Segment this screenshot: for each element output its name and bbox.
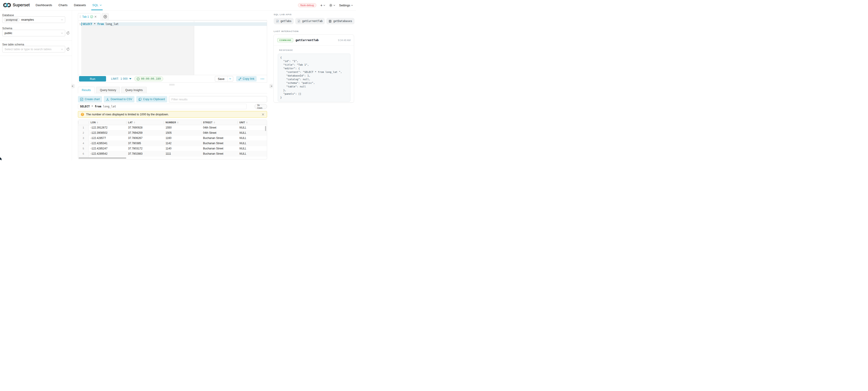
- copy-link-button[interactable]: Copy link: [236, 76, 257, 82]
- right-splitter-drag-bar[interactable]: [270, 84, 270, 88]
- tab-query-insights[interactable]: Query Insights: [121, 87, 147, 93]
- chevron-down-icon: [61, 19, 63, 21]
- response-json: { "id": "1", "title": "Tab 1", "editor":…: [278, 54, 350, 102]
- nav-datasets[interactable]: Datasets: [74, 0, 86, 10]
- sidebar: Database postgresql examples Schema publ…: [0, 10, 72, 160]
- row-limit-alert: ! The number of rows displayed is limite…: [78, 111, 267, 118]
- run-button[interactable]: Run: [79, 76, 106, 82]
- interaction-header: COMMAND getCurrentTab 9:34:48 AM: [274, 35, 354, 46]
- panel-splitter-handle[interactable]: [169, 84, 175, 86]
- schema-label: Schema: [2, 27, 12, 30]
- save-options-button[interactable]: [227, 76, 233, 81]
- sort-icon: [177, 122, 179, 124]
- chevron-down-icon: [333, 5, 335, 6]
- refresh-schemas-icon[interactable]: [66, 31, 70, 35]
- column-header-number[interactable]: NUMBER: [164, 120, 201, 125]
- database-type-tag: postgresql: [4, 18, 20, 22]
- elapsed-timer: 00:00:00.189: [134, 76, 163, 81]
- editor-toolbar: Run LIMIT: 1 000 00:00:00.189 Save: [78, 75, 267, 83]
- plus-icon: +: [320, 3, 322, 7]
- get-current-tab-button[interactable]: getCurrentTab: [295, 18, 325, 24]
- limit-dropdown[interactable]: LIMIT: 1 000: [111, 77, 131, 80]
- collapse-left-panel-button[interactable]: <: [71, 84, 73, 88]
- settings-menu[interactable]: Settings: [339, 4, 353, 7]
- get-tabs-button[interactable]: getTabs: [274, 18, 293, 24]
- horizontal-scrollbar[interactable]: [79, 157, 126, 159]
- nav-sql[interactable]: SQL: [92, 0, 101, 10]
- create-chart-button[interactable]: Create chart: [78, 96, 102, 102]
- query-preview-row: SELECT * from long_lat 1k rows: [78, 104, 267, 109]
- environment-badge: flask-debug: [298, 3, 316, 7]
- column-header-street[interactable]: STREET: [201, 120, 238, 125]
- table-select[interactable]: Select table or type to search tables: [2, 46, 65, 53]
- row-count-badge: 1k rows: [255, 104, 267, 109]
- table-row: 4 -122.4285341 37.780385 1142 Buchanan S…: [78, 141, 267, 146]
- database-select[interactable]: postgresql examples: [2, 17, 65, 23]
- download-icon: [106, 98, 109, 101]
- navbar: Superset Dashboards Charts Datasets SQL …: [0, 0, 356, 10]
- apis-panel-title: SQL LAB APIS: [274, 13, 291, 16]
- sort-icon: [97, 122, 98, 124]
- sort-icon: [134, 122, 135, 124]
- check-circle-icon: [90, 15, 93, 18]
- save-button-group: Save: [215, 76, 233, 82]
- results-table: LON LAT NUMBER STREET UNIT 1 -122.391267…: [78, 120, 267, 159]
- editor-background: [81, 26, 194, 75]
- close-icon[interactable]: [94, 16, 96, 18]
- copy-icon: [138, 98, 142, 101]
- theme-menu[interactable]: [329, 4, 335, 7]
- link-icon: [239, 77, 241, 80]
- new-tab-button[interactable]: [102, 13, 109, 20]
- text-caret: [81, 23, 82, 26]
- close-icon[interactable]: [262, 113, 264, 116]
- table-row: 5 -122.4285247 37.7803172 1140 Buchanan …: [78, 146, 267, 151]
- last-interaction-card: COMMAND getCurrentTab 9:34:48 AM RESPONS…: [273, 34, 354, 103]
- tab-results[interactable]: Results: [78, 87, 95, 93]
- plus-circle-icon: [103, 15, 107, 19]
- table-row: 1 -122.3912672 37.7690928 1550 04th Stre…: [78, 125, 267, 130]
- row-number-header: [78, 120, 89, 125]
- copy-clipboard-button[interactable]: Copy to Clipboard: [136, 96, 167, 102]
- nav-charts[interactable]: Charts: [58, 0, 67, 10]
- superset-logo[interactable]: Superset: [3, 2, 30, 8]
- divider: [0, 56, 72, 56]
- navbar-right: flask-debug + Settings: [298, 0, 353, 10]
- refresh-tables-icon[interactable]: [66, 47, 70, 51]
- left-splitter-drag-bar[interactable]: [74, 84, 74, 88]
- vertical-scrollbar[interactable]: [265, 126, 266, 131]
- alert-message: The number of rows displayed is limited …: [86, 113, 169, 116]
- tab-query-history[interactable]: Query history: [96, 87, 120, 93]
- active-line: SELECT * from long_lat: [81, 22, 267, 26]
- table-row: 3 -122.428577 37.7806267 1160 Buchanan S…: [78, 136, 267, 141]
- response-label: RESPONSE: [279, 49, 354, 51]
- nav-dashboards[interactable]: Dashboards: [36, 0, 52, 10]
- sql-lab-app: Superset Dashboards Charts Datasets SQL …: [0, 0, 356, 160]
- warning-icon: !: [81, 113, 84, 116]
- filter-results-input[interactable]: [169, 96, 267, 102]
- results-tabbar: Results Query history Query Insights: [78, 87, 267, 93]
- command-name: getCurrentTab: [296, 38, 319, 42]
- mouse-cursor: [0, 157, 3, 160]
- new-item-menu[interactable]: +: [320, 3, 325, 7]
- collapse-right-panel-button[interactable]: >: [271, 84, 273, 88]
- column-header-lon[interactable]: LON: [89, 120, 126, 125]
- schema-select[interactable]: public: [2, 30, 65, 36]
- tab-title: Tab 1: [82, 15, 89, 19]
- divider: [0, 40, 72, 41]
- download-csv-button[interactable]: Download to CSV: [104, 96, 134, 102]
- get-databases-button[interactable]: getDatabases: [327, 18, 354, 24]
- sql-editor-card: 1 SELECT * from long_lat Run LIMIT: 1 00…: [78, 21, 267, 83]
- caret-down-icon: [129, 78, 131, 79]
- editor-gutter: 1: [78, 21, 81, 75]
- main-nav: Dashboards Charts Datasets SQL: [36, 0, 102, 10]
- save-button[interactable]: Save: [215, 76, 227, 81]
- limit-value: 1 000: [120, 77, 128, 80]
- limit-label: LIMIT:: [111, 77, 119, 80]
- editor-tab-1[interactable]: Tab 1: [78, 13, 101, 20]
- more-options-icon[interactable]: [260, 78, 265, 80]
- sql-editor[interactable]: 1 SELECT * from long_lat: [78, 21, 267, 75]
- column-header-lat[interactable]: LAT: [126, 120, 164, 125]
- api-buttons: getTabs getCurrentTab getDatabas: [274, 18, 354, 24]
- column-header-unit[interactable]: UNIT: [238, 120, 267, 125]
- chevron-down-icon: [61, 32, 63, 34]
